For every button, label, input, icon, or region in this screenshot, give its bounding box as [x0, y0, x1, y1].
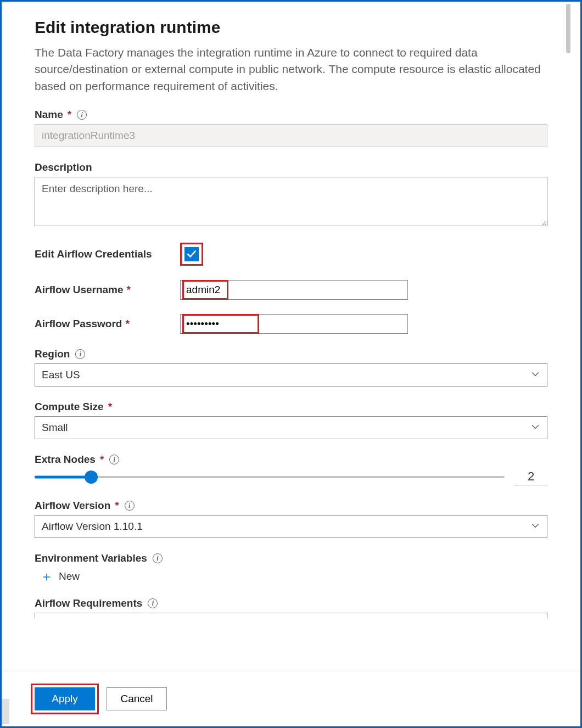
required-indicator: *: [68, 109, 71, 121]
description-input[interactable]: [35, 177, 547, 226]
chevron-down-icon: [531, 369, 539, 381]
requirements-input-partial[interactable]: [35, 613, 547, 618]
region-select[interactable]: East US: [35, 363, 547, 387]
req-label: Airflow Requirements: [35, 597, 142, 609]
apply-button[interactable]: Apply: [35, 687, 95, 710]
extra-nodes-value[interactable]: 2: [514, 469, 547, 485]
username-label: Airflow Username: [35, 284, 124, 296]
edit-runtime-panel: Edit integration runtime The Data Factor…: [0, 0, 582, 728]
region-label: Region: [35, 348, 70, 360]
compute-value: Small: [42, 422, 68, 434]
new-label: New: [59, 570, 80, 583]
edit-creds-checkbox[interactable]: [184, 247, 199, 261]
highlight-box: Apply: [31, 684, 99, 714]
page-title: Edit integration runtime: [35, 18, 547, 37]
edit-creds-label: Edit Airflow Credentials: [35, 248, 152, 260]
chevron-down-icon: [531, 422, 539, 434]
version-value: Airflow Version 1.10.1: [42, 520, 143, 533]
chevron-down-icon: [531, 520, 539, 533]
cancel-button[interactable]: Cancel: [107, 687, 167, 710]
env-label: Environment Variables: [35, 552, 147, 564]
extra-nodes-label: Extra Nodes: [35, 453, 96, 466]
compute-label: Compute Size: [35, 401, 104, 413]
highlight-box: [180, 243, 203, 266]
info-icon[interactable]: i: [153, 553, 163, 563]
info-icon[interactable]: i: [75, 349, 85, 359]
field-airflow-version: Airflow Version * i Airflow Version 1.10…: [35, 500, 547, 538]
name-label: Name: [35, 109, 63, 121]
left-scrollbar-stub: [2, 699, 9, 724]
info-icon[interactable]: i: [148, 598, 158, 608]
field-name: Name * i: [35, 109, 547, 147]
field-username: Airflow Username *: [35, 280, 547, 300]
compute-select[interactable]: Small: [35, 416, 547, 439]
username-input[interactable]: [180, 280, 408, 300]
info-icon[interactable]: i: [77, 110, 87, 120]
scrollbar-thumb[interactable]: [566, 4, 570, 53]
field-env-vars: Environment Variables i ＋ New: [35, 552, 547, 583]
field-description: Description: [35, 161, 547, 228]
required-indicator: *: [115, 500, 119, 512]
field-airflow-requirements: Airflow Requirements i: [35, 597, 547, 618]
extra-nodes-slider[interactable]: [35, 469, 505, 485]
page-intro: The Data Factory manages the integration…: [35, 44, 547, 94]
info-icon[interactable]: i: [109, 455, 119, 464]
version-label: Airflow Version: [35, 500, 110, 512]
slider-track: [35, 476, 505, 478]
check-icon: [187, 249, 197, 259]
field-compute-size: Compute Size * Small: [35, 401, 547, 439]
field-region: Region i East US: [35, 348, 547, 387]
required-indicator: *: [127, 284, 131, 296]
field-extra-nodes: Extra Nodes * i 2: [35, 453, 547, 485]
slider-fill: [35, 476, 91, 479]
panel-footer: Apply Cancel: [2, 671, 580, 726]
plus-icon: ＋: [40, 570, 53, 583]
info-icon[interactable]: i: [125, 501, 135, 511]
version-select[interactable]: Airflow Version 1.10.1: [35, 515, 547, 538]
password-input[interactable]: [180, 314, 408, 334]
field-edit-credentials: Edit Airflow Credentials: [35, 243, 547, 266]
required-indicator: *: [108, 401, 112, 413]
new-env-var-button[interactable]: ＋ New: [40, 570, 80, 583]
panel-body: Edit integration runtime The Data Factor…: [2, 2, 580, 671]
required-indicator: *: [100, 453, 104, 466]
required-indicator: *: [125, 318, 129, 330]
field-password: Airflow Password *: [35, 314, 547, 334]
password-label: Airflow Password: [35, 318, 122, 330]
description-label: Description: [35, 161, 92, 173]
slider-thumb[interactable]: [85, 471, 98, 484]
name-input: [35, 124, 547, 147]
region-value: East US: [42, 369, 80, 381]
